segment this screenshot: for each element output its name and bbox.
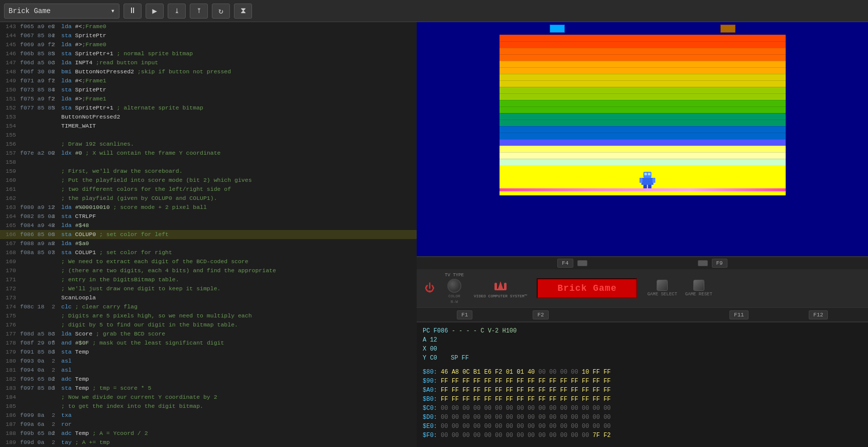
brick-row bbox=[500, 54, 786, 61]
code-line[interactable]: 178f08f 29 0f3 and #$0F ; mask out the l… bbox=[0, 339, 417, 348]
f12-key[interactable]: F12 bbox=[809, 310, 828, 319]
line-address: f06d a5 0c bbox=[19, 58, 48, 67]
code-line[interactable]: 149f071 a9 f72 lda #<;Frame1 bbox=[0, 76, 417, 85]
code-line[interactable]: 160; Put the playfield into score mode (… bbox=[0, 176, 417, 185]
code-line[interactable]: 176; digit by 5 to find our digit in the… bbox=[0, 320, 417, 329]
code-line[interactable]: 162; the playfield (given by COLUP0 and … bbox=[0, 194, 417, 203]
play-button[interactable]: ▶ bbox=[146, 4, 164, 19]
code-line[interactable]: 163f080 a9 122 lda #%00010010 ; score mo… bbox=[0, 203, 417, 212]
line-bytes bbox=[48, 185, 58, 194]
step-over-button[interactable]: ⤒ bbox=[190, 4, 208, 19]
code-line[interactable]: 175; Digits are 5 pixels high, so we nee… bbox=[0, 311, 417, 320]
code-line[interactable]: 186f099 8a2 txa bbox=[0, 411, 417, 420]
code-line[interactable]: 143f065 a9 e62 lda #<;Frame0 bbox=[0, 22, 417, 31]
code-line[interactable]: 166f086 85 063 sta COLUP0 ; set color fo… bbox=[0, 230, 417, 239]
code-line[interactable]: 183f097 85 8d3 sta Temp ; tmp = score * … bbox=[0, 384, 417, 393]
code-line[interactable]: 145f069 a9 f22 lda #>;Frame0 bbox=[0, 40, 417, 49]
code-line[interactable]: 155 bbox=[0, 131, 417, 140]
code-line[interactable]: 148f06f 30 082 bmi ButtonNotPressed2 ;sk… bbox=[0, 67, 417, 76]
code-line[interactable]: 165f084 a9 482 lda #$48 bbox=[0, 221, 417, 230]
f11-key[interactable]: F11 bbox=[729, 310, 749, 319]
line-code: lda #<;Frame1 bbox=[58, 76, 417, 85]
pause-button[interactable]: ⏸ bbox=[123, 4, 142, 19]
code-line[interactable]: 147f06d a5 0c3 lda INPT4 ;read button in… bbox=[0, 58, 417, 67]
f4-key[interactable]: F4 bbox=[557, 259, 573, 268]
line-number: 150 bbox=[0, 85, 19, 94]
code-line[interactable]: 152f077 85 853 sta SpritePtr+1 ; alterna… bbox=[0, 103, 417, 113]
toolbar: Brick Game ▾ ⏸ ▶ ⤓ ⤒ ↻ ⧗ bbox=[0, 0, 868, 22]
line-bytes bbox=[48, 393, 58, 402]
line-code: ; two different colors for the left/righ… bbox=[58, 185, 417, 194]
power-icon[interactable]: ⏻ bbox=[425, 282, 435, 294]
code-line[interactable]: 159; First, we'll draw the scoreboard. bbox=[0, 167, 417, 176]
line-number: 175 bbox=[0, 311, 19, 320]
line-address: f097 85 8d bbox=[19, 384, 48, 393]
code-line[interactable]: 177f08d a5 8c3 lda Score ; grab the BCD … bbox=[0, 329, 417, 339]
line-number: 169 bbox=[0, 257, 19, 266]
code-line[interactable]: 156; Draw 192 scanlines. bbox=[0, 140, 417, 149]
code-line[interactable]: 187f09a 6a2 ror bbox=[0, 420, 417, 429]
code-line[interactable]: 173ScanLoopla bbox=[0, 293, 417, 302]
line-code: sta SpritePtr bbox=[58, 31, 417, 40]
step-out-button[interactable]: ↻ bbox=[212, 4, 230, 19]
code-line[interactable]: 164f082 85 0a3 sta CTRLPF bbox=[0, 212, 417, 221]
line-code: lda #%00010010 ; score mode + 2 pixel ba… bbox=[58, 203, 417, 212]
code-line[interactable]: 153ButtonNotPressed2 bbox=[0, 113, 417, 122]
code-line[interactable]: 146f06b 85 853 sta SpritePtr+1 ; normal … bbox=[0, 49, 417, 58]
project-dropdown[interactable]: Brick Game ▾ bbox=[4, 4, 119, 19]
game-reset-switch[interactable] bbox=[693, 280, 704, 291]
code-line[interactable]: 158 bbox=[0, 158, 417, 167]
line-number: 180 bbox=[0, 357, 19, 366]
step-into-button[interactable]: ⤓ bbox=[168, 4, 186, 19]
line-address: f082 85 0a bbox=[19, 212, 48, 221]
game-reset-group: GAME RESET bbox=[685, 280, 712, 297]
mem-bytes: 46 A8 0C B1 E6 F2 01 01 40 00 00 00 00 1… bbox=[441, 369, 611, 376]
f1-key[interactable]: F1 bbox=[457, 310, 472, 319]
code-line[interactable]: 189f09d 0a2 tay ; A += tmp bbox=[0, 438, 417, 447]
code-line[interactable]: 182f095 65 8d2 adc Temp bbox=[0, 375, 417, 384]
reset-button[interactable]: ⧗ bbox=[234, 4, 252, 19]
game-select-switch[interactable] bbox=[657, 280, 668, 291]
code-line[interactable]: 174f08c 182 clc ; clear carry flag bbox=[0, 302, 417, 311]
tv-type-knob[interactable] bbox=[447, 279, 461, 293]
f9-key[interactable]: F9 bbox=[712, 259, 727, 268]
code-line[interactable]: 184; Now we divide our current Y coordin… bbox=[0, 393, 417, 402]
code-line[interactable]: 169; We need to extract each digit of th… bbox=[0, 257, 417, 266]
code-editor[interactable]: 142; Set up sprite pointer depending on … bbox=[0, 22, 417, 447]
line-address: f093 0a bbox=[19, 357, 48, 366]
code-line[interactable]: 154 TIMER_WAIT bbox=[0, 122, 417, 131]
line-address bbox=[19, 311, 48, 320]
svg-rect-4 bbox=[639, 178, 642, 183]
code-line[interactable]: 180f093 0a2 asl bbox=[0, 357, 417, 366]
line-address: f094 0a bbox=[19, 366, 48, 375]
code-line[interactable]: 161; two different colors for the left/r… bbox=[0, 185, 417, 194]
line-code bbox=[58, 158, 417, 167]
line-bytes: 3 bbox=[48, 49, 58, 58]
step-out-icon: ↻ bbox=[218, 6, 223, 16]
line-code: sta SpritePtr bbox=[58, 85, 417, 94]
debugger-panel[interactable]: PC F086 - - - - C V-2 H100 A 12 X 00 Y C… bbox=[417, 321, 868, 447]
code-line[interactable]: 188f09b 65 8d2 adc Temp ; A = Ycoord / 2 bbox=[0, 429, 417, 438]
line-number: 153 bbox=[0, 113, 19, 122]
code-line[interactable]: 151f075 a9 f22 lda #>;Frame1 bbox=[0, 94, 417, 103]
code-line[interactable]: 144f067 85 842 sta SpritePtr bbox=[0, 31, 417, 40]
code-line[interactable]: 172; We'll just draw one digit to keep i… bbox=[0, 284, 417, 293]
code-line[interactable]: 150f073 85 843 sta SpritePtr bbox=[0, 85, 417, 94]
line-code: ; Draw 192 scanlines. bbox=[58, 140, 417, 149]
code-line[interactable]: 168f08a 85 073 sta COLUP1 ; set color fo… bbox=[0, 248, 417, 257]
code-line[interactable]: 185; to get the index into the digit bit… bbox=[0, 402, 417, 411]
memory-row: $80: 46 A8 0C B1 E6 F2 01 01 40 00 00 00… bbox=[423, 368, 862, 377]
code-line[interactable]: 181f094 0a2 asl bbox=[0, 366, 417, 375]
code-line[interactable]: 170; (there are two digits, each 4 bits)… bbox=[0, 266, 417, 275]
f2-key[interactable]: F2 bbox=[533, 310, 548, 319]
color-label: COLOR bbox=[448, 294, 460, 298]
line-bytes: 3 bbox=[48, 58, 58, 67]
mem-addr: $D0: bbox=[423, 414, 441, 421]
code-line[interactable]: 157f07e a2 002 ldx #0 ; X will contain t… bbox=[0, 149, 417, 158]
code-line[interactable]: 167f088 a9 a82 lda #$a0 bbox=[0, 239, 417, 248]
code-line[interactable]: 171; entry in the DigitsBitmap table. bbox=[0, 275, 417, 284]
line-address: f08a 85 07 bbox=[19, 248, 48, 257]
line-address: f088 a9 a8 bbox=[19, 239, 48, 248]
line-number: 170 bbox=[0, 266, 19, 275]
code-line[interactable]: 179f091 85 8d3 sta Temp bbox=[0, 348, 417, 357]
